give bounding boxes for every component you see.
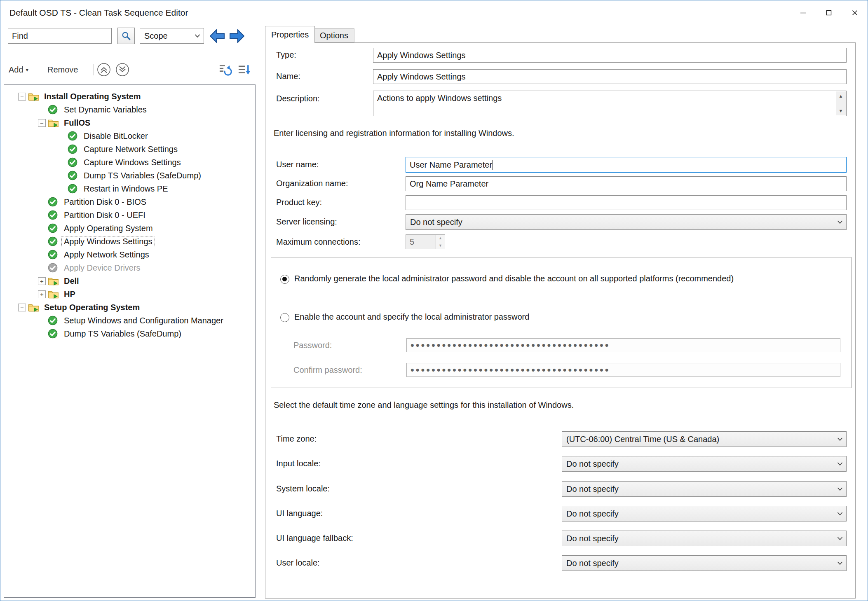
reorder-button[interactable]	[237, 63, 251, 77]
user-name-field[interactable]: User Name Parameter	[406, 157, 847, 173]
collapse-all-button[interactable]	[97, 63, 111, 77]
tree-item[interactable]: Restart in Windows PE	[4, 182, 255, 195]
group-folder-icon	[28, 91, 39, 101]
tree-item[interactable]: Apply Windows Settings	[4, 235, 255, 248]
description-value: Actions to apply Windows settings	[377, 94, 502, 103]
tree-item[interactable]: Dump TS Variables (SafeDump)	[4, 327, 255, 340]
tree-item-label: Set Dynamic Variables	[62, 105, 149, 115]
tree-item[interactable]: Set Dynamic Variables	[4, 103, 255, 116]
combo-chevron-icon	[837, 220, 843, 224]
ui-language-fallback-label: UI language fallback:	[276, 533, 353, 543]
maximize-icon	[826, 9, 832, 16]
tree-item[interactable]: Capture Windows Settings	[4, 156, 255, 169]
ui-language-fallback-dropdown[interactable]: Do not specify	[562, 531, 847, 546]
radio-icon[interactable]	[280, 275, 289, 284]
step-check-icon	[48, 223, 59, 233]
tree-item[interactable]: Partition Disk 0 - UEFI	[4, 208, 255, 222]
system-locale-dropdown[interactable]: Do not specify	[562, 481, 847, 497]
user-name-label: User name:	[276, 160, 319, 169]
product-key-field[interactable]	[406, 195, 847, 210]
window-controls	[790, 0, 868, 25]
tree-item-label: Disable BitLocker	[82, 131, 150, 141]
back-button[interactable]	[209, 28, 226, 44]
name-field[interactable]	[373, 69, 847, 84]
description-label: Description:	[276, 94, 320, 103]
tree-item-label: Partition Disk 0 - UEFI	[62, 210, 148, 220]
remove-button[interactable]: Remove	[45, 62, 80, 77]
step-check-icon	[68, 144, 79, 154]
ui-language-fallback-value: Do not specify	[566, 534, 837, 543]
back-arrow-icon	[209, 28, 225, 44]
forward-button[interactable]	[228, 28, 246, 44]
group-folder-icon	[28, 302, 39, 312]
scope-dropdown[interactable]: Scope	[140, 28, 204, 44]
expander-minus-icon[interactable]: −	[18, 93, 26, 101]
confirm-password-label: Confirm password:	[293, 365, 362, 375]
server-licensing-dropdown[interactable]: Do not specify	[406, 214, 847, 230]
tree-item-label: Setup Windows and Configuration Manager	[62, 316, 225, 326]
remove-button-label: Remove	[47, 65, 78, 75]
search-button[interactable]	[117, 28, 135, 44]
type-field[interactable]	[373, 48, 847, 63]
scroll-down-icon[interactable]: ▼	[836, 106, 846, 115]
close-button[interactable]	[842, 0, 868, 25]
tree-item-label: Apply Windows Settings	[62, 236, 155, 247]
group-folder-icon	[48, 276, 59, 286]
tree-item[interactable]: Apply Network Settings	[4, 248, 255, 261]
ui-language-label: UI language:	[276, 509, 323, 518]
product-key-label: Product key:	[276, 198, 322, 207]
tree-item[interactable]: Disable BitLocker	[4, 129, 255, 143]
tree-item[interactable]: + HP	[4, 288, 255, 301]
tab-properties[interactable]: Properties	[265, 26, 315, 43]
tree-item-label: FullOS	[62, 118, 92, 128]
tree-item[interactable]: Apply Device Drivers	[4, 261, 255, 274]
expand-all-icon	[115, 63, 129, 77]
maximize-button[interactable]	[816, 0, 842, 25]
time-zone-value: (UTC-06:00) Central Time (US & Canada)	[566, 435, 837, 444]
ui-language-dropdown[interactable]: Do not specify	[562, 506, 847, 521]
step-check-icon	[48, 236, 59, 246]
server-licensing-value: Do not specify	[410, 217, 837, 227]
expander-plus-icon[interactable]: +	[38, 277, 46, 285]
expander-minus-icon[interactable]: −	[18, 304, 26, 311]
user-locale-dropdown[interactable]: Do not specify	[562, 555, 847, 571]
scroll-up-icon[interactable]: ▲	[836, 91, 846, 101]
tab-options[interactable]: Options	[314, 28, 354, 42]
tree-item[interactable]: − Setup Operating System	[4, 301, 255, 314]
minimize-icon	[800, 9, 806, 16]
tree-item[interactable]: − Install Operating System	[4, 90, 255, 103]
refresh-button[interactable]	[218, 63, 232, 77]
expand-all-button[interactable]	[115, 63, 129, 77]
expander-plus-icon[interactable]: +	[38, 290, 46, 298]
minimize-button[interactable]	[790, 0, 816, 25]
tree-item-label: Install Operating System	[42, 91, 143, 102]
radio-icon[interactable]	[280, 313, 289, 322]
description-field[interactable]: Actions to apply Windows settings ▲ ▼	[373, 91, 847, 116]
combo-chevron-icon	[837, 437, 843, 441]
tree-item[interactable]: Partition Disk 0 - BIOS	[4, 195, 255, 208]
tree-item[interactable]: + Dell	[4, 274, 255, 288]
tree-item[interactable]: − FullOS	[4, 116, 255, 129]
tree-item[interactable]: Setup Windows and Configuration Manager	[4, 314, 255, 327]
tree-item[interactable]: Apply Operating System	[4, 222, 255, 235]
tree-item[interactable]: Dump TS Variables (SafeDump)	[4, 169, 255, 182]
step-check-icon	[48, 250, 59, 260]
expander-minus-icon[interactable]: −	[38, 119, 46, 127]
input-locale-dropdown[interactable]: Do not specify	[562, 456, 847, 472]
window-title: Default OSD TS - Clean Task Sequence Edi…	[0, 8, 188, 18]
scope-dropdown-value: Scope	[144, 31, 195, 41]
tab-options-label: Options	[320, 31, 348, 40]
enable-account-option[interactable]: Enable the account and specify the local…	[280, 312, 529, 322]
input-locale-value: Do not specify	[566, 459, 837, 469]
find-input[interactable]	[8, 28, 112, 44]
group-folder-icon	[48, 118, 59, 128]
add-button-label: Add	[9, 65, 23, 75]
time-zone-dropdown[interactable]: (UTC-06:00) Central Time (US & Canada)	[562, 431, 847, 447]
time-zone-label: Time zone:	[276, 434, 317, 444]
description-scrollbar[interactable]: ▲ ▼	[836, 91, 846, 115]
group-folder-icon	[48, 289, 59, 299]
random-password-option[interactable]: Randomly generate the local administrato…	[280, 274, 734, 284]
organization-name-field[interactable]	[406, 176, 847, 191]
tree-item[interactable]: Capture Network Settings	[4, 143, 255, 156]
add-button[interactable]: Add ▾	[6, 62, 31, 77]
